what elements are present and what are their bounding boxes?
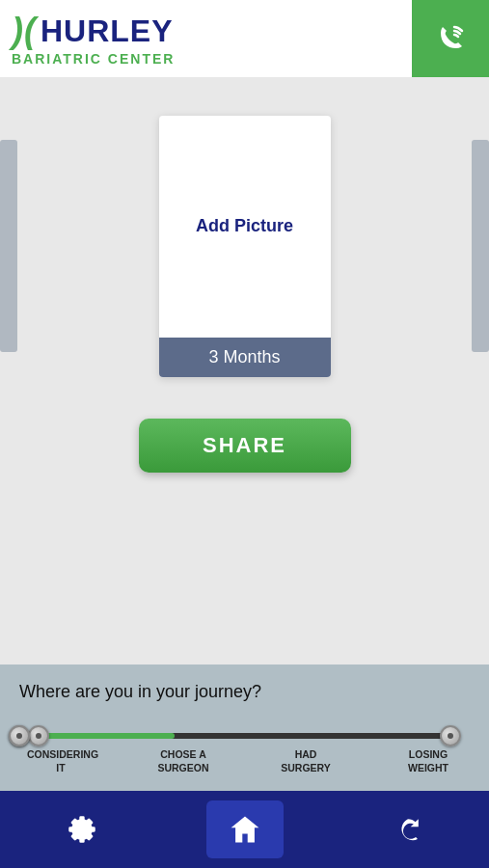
slider-knob-dot-1: [36, 733, 41, 739]
home-icon: [228, 812, 262, 847]
phone-button[interactable]: [412, 0, 489, 77]
photo-area[interactable]: Add Picture: [159, 116, 331, 338]
refresh-icon: [391, 812, 425, 847]
add-picture-text: Add Picture: [196, 216, 293, 236]
journey-step-4: LOSING WEIGHT: [394, 748, 462, 774]
side-photo-left[interactable]: [0, 140, 17, 352]
journey-slider[interactable]: CONSIDERING IT CHOSE A SURGEON HAD SURGE…: [19, 716, 470, 773]
journey-title: Where are you in your journey?: [19, 682, 470, 702]
journey-step-1: CONSIDERING IT: [27, 748, 95, 774]
bottom-nav: [0, 791, 489, 868]
photo-month-label: 3 Months: [159, 338, 331, 377]
side-photo-right[interactable]: [472, 140, 489, 352]
slider-track-green: [39, 733, 175, 739]
home-nav-item[interactable]: [206, 800, 284, 858]
slider-knob-1[interactable]: [28, 725, 49, 746]
logo: )( HURLEY BARIATRIC CENTER: [12, 11, 175, 67]
photo-card: Add Picture 3 Months: [159, 116, 331, 377]
journey-step-2: CHOSE A SURGEON: [149, 748, 217, 774]
gear-icon: [65, 812, 99, 847]
header: )( HURLEY BARIATRIC CENTER: [0, 0, 489, 77]
slider-track: [39, 733, 450, 739]
settings-nav-item[interactable]: [43, 800, 121, 858]
carousel-area: Add Picture 3 Months: [0, 96, 489, 395]
slider-knob-dot-4: [448, 733, 453, 739]
slider-knob-3[interactable]: [9, 725, 30, 746]
slider-labels: CONSIDERING IT CHOSE A SURGEON HAD SURGE…: [19, 748, 470, 774]
slider-knob-4[interactable]: [440, 725, 461, 746]
share-button[interactable]: SHARE: [139, 419, 351, 473]
logo-bariatric: BARIATRIC CENTER: [12, 51, 175, 67]
phone-icon: [431, 19, 470, 58]
journey-section: Where are you in your journey? CONSIDERI…: [0, 665, 489, 791]
slider-knob-dot-3: [16, 733, 22, 739]
refresh-nav-item[interactable]: [369, 800, 447, 858]
main-content: Add Picture 3 Months SHARE: [0, 77, 489, 665]
logo-brackets: )(: [12, 11, 37, 51]
journey-step-3: HAD SURGERY: [272, 748, 340, 774]
logo-hurley: )( HURLEY: [12, 11, 174, 51]
